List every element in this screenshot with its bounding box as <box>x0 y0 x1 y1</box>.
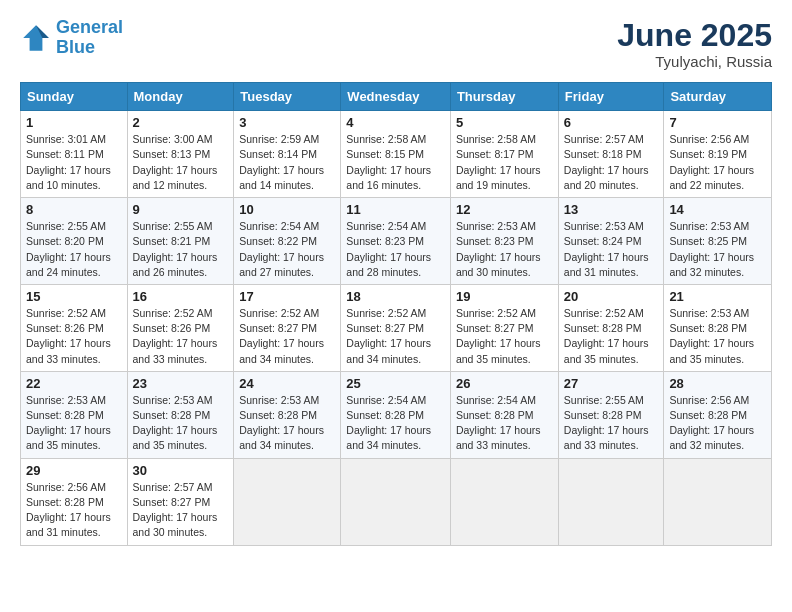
table-cell <box>558 458 664 545</box>
table-cell: 10Sunrise: 2:54 AM Sunset: 8:22 PM Dayli… <box>234 198 341 285</box>
day-info: Sunrise: 2:52 AM Sunset: 8:27 PM Dayligh… <box>239 306 335 367</box>
calendar-row: 8Sunrise: 2:55 AM Sunset: 8:20 PM Daylig… <box>21 198 772 285</box>
day-info: Sunrise: 2:53 AM Sunset: 8:28 PM Dayligh… <box>239 393 335 454</box>
day-number: 18 <box>346 289 445 304</box>
col-thursday: Thursday <box>450 83 558 111</box>
table-cell: 4Sunrise: 2:58 AM Sunset: 8:15 PM Daylig… <box>341 111 451 198</box>
title-block: June 2025 Tyulyachi, Russia <box>617 18 772 70</box>
day-info: Sunrise: 2:52 AM Sunset: 8:26 PM Dayligh… <box>133 306 229 367</box>
table-cell: 1Sunrise: 3:01 AM Sunset: 8:11 PM Daylig… <box>21 111 128 198</box>
day-number: 24 <box>239 376 335 391</box>
table-cell: 27Sunrise: 2:55 AM Sunset: 8:28 PM Dayli… <box>558 371 664 458</box>
calendar-row: 1Sunrise: 3:01 AM Sunset: 8:11 PM Daylig… <box>21 111 772 198</box>
table-cell: 29Sunrise: 2:56 AM Sunset: 8:28 PM Dayli… <box>21 458 128 545</box>
table-cell: 5Sunrise: 2:58 AM Sunset: 8:17 PM Daylig… <box>450 111 558 198</box>
day-info: Sunrise: 2:53 AM Sunset: 8:25 PM Dayligh… <box>669 219 766 280</box>
table-cell: 2Sunrise: 3:00 AM Sunset: 8:13 PM Daylig… <box>127 111 234 198</box>
col-friday: Friday <box>558 83 664 111</box>
day-info: Sunrise: 2:54 AM Sunset: 8:23 PM Dayligh… <box>346 219 445 280</box>
table-cell: 9Sunrise: 2:55 AM Sunset: 8:21 PM Daylig… <box>127 198 234 285</box>
day-info: Sunrise: 2:57 AM Sunset: 8:27 PM Dayligh… <box>133 480 229 541</box>
day-number: 26 <box>456 376 553 391</box>
col-tuesday: Tuesday <box>234 83 341 111</box>
day-number: 5 <box>456 115 553 130</box>
day-info: Sunrise: 2:52 AM Sunset: 8:27 PM Dayligh… <box>456 306 553 367</box>
day-number: 6 <box>564 115 659 130</box>
calendar-row: 22Sunrise: 2:53 AM Sunset: 8:28 PM Dayli… <box>21 371 772 458</box>
day-info: Sunrise: 2:53 AM Sunset: 8:28 PM Dayligh… <box>133 393 229 454</box>
day-number: 25 <box>346 376 445 391</box>
day-info: Sunrise: 2:53 AM Sunset: 8:28 PM Dayligh… <box>26 393 122 454</box>
day-info: Sunrise: 2:53 AM Sunset: 8:28 PM Dayligh… <box>669 306 766 367</box>
day-number: 12 <box>456 202 553 217</box>
day-number: 20 <box>564 289 659 304</box>
table-cell: 30Sunrise: 2:57 AM Sunset: 8:27 PM Dayli… <box>127 458 234 545</box>
header-row: Sunday Monday Tuesday Wednesday Thursday… <box>21 83 772 111</box>
day-number: 17 <box>239 289 335 304</box>
table-cell: 7Sunrise: 2:56 AM Sunset: 8:19 PM Daylig… <box>664 111 772 198</box>
day-info: Sunrise: 2:56 AM Sunset: 8:28 PM Dayligh… <box>669 393 766 454</box>
logo-text: General Blue <box>56 18 123 58</box>
day-number: 4 <box>346 115 445 130</box>
day-number: 28 <box>669 376 766 391</box>
table-cell: 19Sunrise: 2:52 AM Sunset: 8:27 PM Dayli… <box>450 284 558 371</box>
day-number: 13 <box>564 202 659 217</box>
table-cell <box>341 458 451 545</box>
day-info: Sunrise: 2:58 AM Sunset: 8:17 PM Dayligh… <box>456 132 553 193</box>
day-number: 29 <box>26 463 122 478</box>
day-number: 19 <box>456 289 553 304</box>
day-info: Sunrise: 2:56 AM Sunset: 8:19 PM Dayligh… <box>669 132 766 193</box>
day-number: 14 <box>669 202 766 217</box>
table-cell: 24Sunrise: 2:53 AM Sunset: 8:28 PM Dayli… <box>234 371 341 458</box>
day-info: Sunrise: 3:01 AM Sunset: 8:11 PM Dayligh… <box>26 132 122 193</box>
day-info: Sunrise: 2:52 AM Sunset: 8:26 PM Dayligh… <box>26 306 122 367</box>
logo: General Blue <box>20 18 123 58</box>
col-saturday: Saturday <box>664 83 772 111</box>
calendar-row: 29Sunrise: 2:56 AM Sunset: 8:28 PM Dayli… <box>21 458 772 545</box>
table-cell: 23Sunrise: 2:53 AM Sunset: 8:28 PM Dayli… <box>127 371 234 458</box>
table-cell: 28Sunrise: 2:56 AM Sunset: 8:28 PM Dayli… <box>664 371 772 458</box>
day-number: 7 <box>669 115 766 130</box>
table-cell: 12Sunrise: 2:53 AM Sunset: 8:23 PM Dayli… <box>450 198 558 285</box>
calendar-row: 15Sunrise: 2:52 AM Sunset: 8:26 PM Dayli… <box>21 284 772 371</box>
day-info: Sunrise: 2:55 AM Sunset: 8:20 PM Dayligh… <box>26 219 122 280</box>
table-cell: 22Sunrise: 2:53 AM Sunset: 8:28 PM Dayli… <box>21 371 128 458</box>
day-number: 21 <box>669 289 766 304</box>
col-monday: Monday <box>127 83 234 111</box>
day-info: Sunrise: 3:00 AM Sunset: 8:13 PM Dayligh… <box>133 132 229 193</box>
day-number: 10 <box>239 202 335 217</box>
table-cell: 17Sunrise: 2:52 AM Sunset: 8:27 PM Dayli… <box>234 284 341 371</box>
day-info: Sunrise: 2:52 AM Sunset: 8:27 PM Dayligh… <box>346 306 445 367</box>
day-number: 1 <box>26 115 122 130</box>
header: General Blue June 2025 Tyulyachi, Russia <box>20 18 772 70</box>
day-number: 16 <box>133 289 229 304</box>
day-number: 27 <box>564 376 659 391</box>
table-cell: 15Sunrise: 2:52 AM Sunset: 8:26 PM Dayli… <box>21 284 128 371</box>
col-wednesday: Wednesday <box>341 83 451 111</box>
day-info: Sunrise: 2:54 AM Sunset: 8:28 PM Dayligh… <box>346 393 445 454</box>
table-cell: 20Sunrise: 2:52 AM Sunset: 8:28 PM Dayli… <box>558 284 664 371</box>
table-cell: 16Sunrise: 2:52 AM Sunset: 8:26 PM Dayli… <box>127 284 234 371</box>
table-cell <box>664 458 772 545</box>
day-info: Sunrise: 2:52 AM Sunset: 8:28 PM Dayligh… <box>564 306 659 367</box>
day-number: 8 <box>26 202 122 217</box>
day-info: Sunrise: 2:56 AM Sunset: 8:28 PM Dayligh… <box>26 480 122 541</box>
day-info: Sunrise: 2:54 AM Sunset: 8:22 PM Dayligh… <box>239 219 335 280</box>
table-cell: 14Sunrise: 2:53 AM Sunset: 8:25 PM Dayli… <box>664 198 772 285</box>
day-info: Sunrise: 2:58 AM Sunset: 8:15 PM Dayligh… <box>346 132 445 193</box>
col-sunday: Sunday <box>21 83 128 111</box>
calendar-table: Sunday Monday Tuesday Wednesday Thursday… <box>20 82 772 545</box>
table-cell: 13Sunrise: 2:53 AM Sunset: 8:24 PM Dayli… <box>558 198 664 285</box>
location: Tyulyachi, Russia <box>617 53 772 70</box>
day-info: Sunrise: 2:55 AM Sunset: 8:21 PM Dayligh… <box>133 219 229 280</box>
table-cell: 25Sunrise: 2:54 AM Sunset: 8:28 PM Dayli… <box>341 371 451 458</box>
day-info: Sunrise: 2:59 AM Sunset: 8:14 PM Dayligh… <box>239 132 335 193</box>
day-number: 2 <box>133 115 229 130</box>
day-number: 23 <box>133 376 229 391</box>
table-cell <box>234 458 341 545</box>
day-info: Sunrise: 2:54 AM Sunset: 8:28 PM Dayligh… <box>456 393 553 454</box>
table-cell: 26Sunrise: 2:54 AM Sunset: 8:28 PM Dayli… <box>450 371 558 458</box>
day-number: 9 <box>133 202 229 217</box>
day-info: Sunrise: 2:55 AM Sunset: 8:28 PM Dayligh… <box>564 393 659 454</box>
table-cell: 11Sunrise: 2:54 AM Sunset: 8:23 PM Dayli… <box>341 198 451 285</box>
